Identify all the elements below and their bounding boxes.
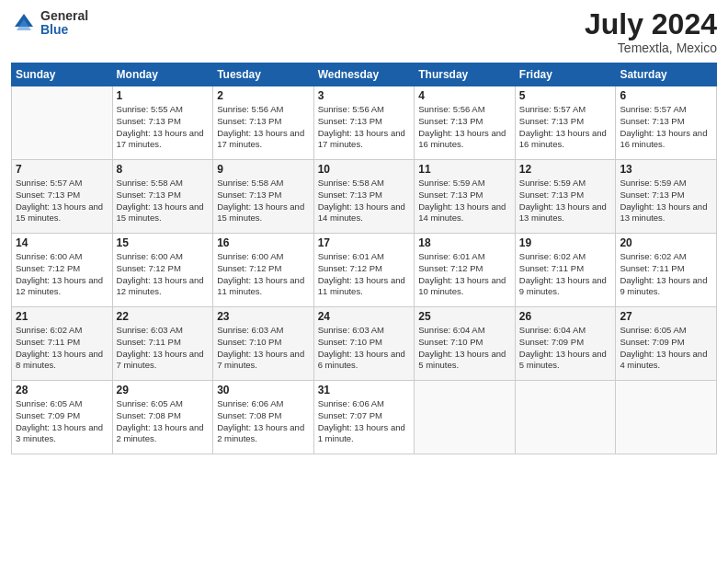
day-info: Sunrise: 6:05 AMSunset: 7:09 PMDaylight:…	[16, 398, 108, 445]
day-info: Sunrise: 6:04 AMSunset: 7:10 PMDaylight:…	[418, 325, 511, 372]
day-number: 18	[418, 236, 511, 249]
table-row: 15Sunrise: 6:00 AMSunset: 7:12 PMDayligh…	[112, 234, 213, 307]
table-row: 16Sunrise: 6:00 AMSunset: 7:12 PMDayligh…	[213, 234, 314, 307]
day-info: Sunrise: 5:59 AMSunset: 7:13 PMDaylight:…	[519, 178, 612, 224]
day-number: 29	[117, 384, 210, 396]
day-number: 16	[217, 236, 310, 249]
table-row: 27Sunrise: 6:05 AMSunset: 7:09 PMDayligh…	[616, 307, 717, 381]
col-monday: Monday	[112, 63, 213, 86]
day-info: Sunrise: 6:01 AMSunset: 7:12 PMDaylight:…	[318, 251, 411, 298]
day-info: Sunrise: 5:56 AMSunset: 7:13 PMDaylight:…	[418, 104, 511, 151]
col-wednesday: Wednesday	[313, 63, 415, 86]
day-info: Sunrise: 6:03 AMSunset: 7:10 PMDaylight:…	[318, 325, 411, 372]
day-info: Sunrise: 6:00 AMSunset: 7:12 PMDaylight:…	[117, 251, 210, 298]
calendar-header-row: Sunday Monday Tuesday Wednesday Thursday…	[12, 63, 717, 86]
table-row: 12Sunrise: 5:59 AMSunset: 7:13 PMDayligh…	[515, 160, 616, 234]
day-number: 25	[418, 310, 511, 323]
table-row: 26Sunrise: 6:04 AMSunset: 7:09 PMDayligh…	[515, 307, 616, 381]
day-info: Sunrise: 5:59 AMSunset: 7:13 PMDaylight:…	[620, 178, 712, 224]
table-row: 9Sunrise: 5:58 AMSunset: 7:13 PMDaylight…	[213, 160, 314, 234]
day-number: 6	[620, 89, 712, 102]
day-number: 28	[16, 384, 108, 396]
day-number: 3	[318, 89, 411, 102]
day-number: 4	[418, 89, 511, 102]
col-thursday: Thursday	[415, 63, 516, 86]
day-number: 1	[117, 89, 210, 102]
day-info: Sunrise: 5:58 AMSunset: 7:13 PMDaylight:…	[117, 178, 210, 224]
table-row: 8Sunrise: 5:58 AMSunset: 7:13 PMDaylight…	[112, 160, 213, 234]
day-info: Sunrise: 6:01 AMSunset: 7:12 PMDaylight:…	[418, 251, 511, 298]
day-number: 5	[519, 89, 612, 102]
table-row: 11Sunrise: 5:59 AMSunset: 7:13 PMDayligh…	[415, 160, 516, 234]
table-row	[616, 381, 717, 454]
day-info: Sunrise: 6:05 AMSunset: 7:08 PMDaylight:…	[117, 398, 210, 445]
day-info: Sunrise: 5:57 AMSunset: 7:13 PMDaylight:…	[16, 178, 108, 224]
table-row: 24Sunrise: 6:03 AMSunset: 7:10 PMDayligh…	[313, 307, 415, 381]
col-friday: Friday	[515, 63, 616, 86]
calendar-table: Sunday Monday Tuesday Wednesday Thursday…	[11, 63, 717, 454]
table-row: 18Sunrise: 6:01 AMSunset: 7:12 PMDayligh…	[415, 234, 516, 307]
calendar-container: General Blue July 2024 Temextla, Mexico …	[0, 0, 728, 563]
table-row: 29Sunrise: 6:05 AMSunset: 7:08 PMDayligh…	[112, 381, 213, 454]
table-row: 30Sunrise: 6:06 AMSunset: 7:08 PMDayligh…	[213, 381, 314, 454]
table-row	[12, 86, 113, 160]
day-info: Sunrise: 5:57 AMSunset: 7:13 PMDaylight:…	[519, 104, 612, 151]
logo-text: General Blue	[40, 9, 88, 38]
day-info: Sunrise: 6:02 AMSunset: 7:11 PMDaylight:…	[519, 251, 612, 298]
table-row: 19Sunrise: 6:02 AMSunset: 7:11 PMDayligh…	[515, 234, 616, 307]
day-number: 11	[418, 163, 511, 176]
day-info: Sunrise: 6:03 AMSunset: 7:10 PMDaylight:…	[217, 325, 310, 372]
day-number: 19	[519, 236, 612, 249]
day-info: Sunrise: 5:56 AMSunset: 7:13 PMDaylight:…	[217, 104, 310, 151]
day-info: Sunrise: 6:05 AMSunset: 7:09 PMDaylight:…	[620, 325, 712, 372]
day-info: Sunrise: 6:04 AMSunset: 7:09 PMDaylight:…	[519, 325, 612, 372]
day-number: 20	[620, 236, 712, 249]
calendar-week-row: 21Sunrise: 6:02 AMSunset: 7:11 PMDayligh…	[12, 307, 717, 381]
day-number: 23	[217, 310, 310, 323]
calendar-week-row: 7Sunrise: 5:57 AMSunset: 7:13 PMDaylight…	[12, 160, 717, 234]
day-number: 21	[16, 310, 108, 323]
table-row	[415, 381, 516, 454]
col-tuesday: Tuesday	[213, 63, 314, 86]
day-number: 7	[16, 163, 108, 176]
day-info: Sunrise: 6:03 AMSunset: 7:11 PMDaylight:…	[117, 325, 210, 372]
table-row: 13Sunrise: 5:59 AMSunset: 7:13 PMDayligh…	[616, 160, 717, 234]
day-number: 10	[318, 163, 411, 176]
table-row: 23Sunrise: 6:03 AMSunset: 7:10 PMDayligh…	[213, 307, 314, 381]
day-info: Sunrise: 5:58 AMSunset: 7:13 PMDaylight:…	[217, 178, 310, 224]
col-sunday: Sunday	[12, 63, 113, 86]
day-info: Sunrise: 5:58 AMSunset: 7:13 PMDaylight:…	[318, 178, 411, 224]
table-row: 7Sunrise: 5:57 AMSunset: 7:13 PMDaylight…	[12, 160, 113, 234]
day-number: 9	[217, 163, 310, 176]
logo-general-text: General	[40, 9, 88, 23]
table-row: 17Sunrise: 6:01 AMSunset: 7:12 PMDayligh…	[313, 234, 415, 307]
header: General Blue July 2024 Temextla, Mexico	[11, 9, 717, 55]
day-number: 15	[117, 236, 210, 249]
table-row: 1Sunrise: 5:55 AMSunset: 7:13 PMDaylight…	[112, 86, 213, 160]
day-number: 12	[519, 163, 612, 176]
day-number: 13	[620, 163, 712, 176]
table-row: 28Sunrise: 6:05 AMSunset: 7:09 PMDayligh…	[12, 381, 113, 454]
table-row: 2Sunrise: 5:56 AMSunset: 7:13 PMDaylight…	[213, 86, 314, 160]
table-row	[515, 381, 616, 454]
day-number: 30	[217, 384, 310, 396]
table-row: 4Sunrise: 5:56 AMSunset: 7:13 PMDaylight…	[415, 86, 516, 160]
location: Temextla, Mexico	[585, 40, 717, 55]
table-row: 25Sunrise: 6:04 AMSunset: 7:10 PMDayligh…	[415, 307, 516, 381]
day-info: Sunrise: 5:59 AMSunset: 7:13 PMDaylight:…	[418, 178, 511, 224]
calendar-week-row: 28Sunrise: 6:05 AMSunset: 7:09 PMDayligh…	[12, 381, 717, 454]
logo-blue-text: Blue	[40, 23, 88, 37]
table-row: 14Sunrise: 6:00 AMSunset: 7:12 PMDayligh…	[12, 234, 113, 307]
day-info: Sunrise: 6:06 AMSunset: 7:08 PMDaylight:…	[217, 398, 310, 445]
month-year: July 2024	[585, 9, 717, 39]
day-info: Sunrise: 5:56 AMSunset: 7:13 PMDaylight:…	[318, 104, 411, 151]
day-number: 14	[16, 236, 108, 249]
col-saturday: Saturday	[616, 63, 717, 86]
table-row: 22Sunrise: 6:03 AMSunset: 7:11 PMDayligh…	[112, 307, 213, 381]
day-number: 27	[620, 310, 712, 323]
day-number: 8	[117, 163, 210, 176]
table-row: 10Sunrise: 5:58 AMSunset: 7:13 PMDayligh…	[313, 160, 415, 234]
day-info: Sunrise: 6:00 AMSunset: 7:12 PMDaylight:…	[16, 251, 108, 298]
table-row: 5Sunrise: 5:57 AMSunset: 7:13 PMDaylight…	[515, 86, 616, 160]
table-row: 6Sunrise: 5:57 AMSunset: 7:13 PMDaylight…	[616, 86, 717, 160]
